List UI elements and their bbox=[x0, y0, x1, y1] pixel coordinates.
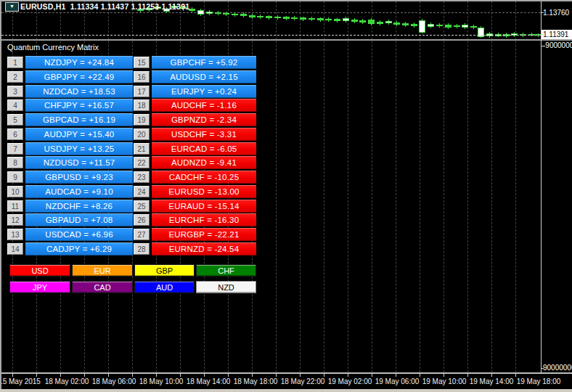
pair-strength-button[interactable]: AUDCAD = +9.10 bbox=[25, 185, 133, 198]
candle-body bbox=[428, 24, 434, 27]
currency-filter-button-aud[interactable]: AUD bbox=[134, 281, 195, 293]
row-number-button[interactable]: 18 bbox=[134, 99, 150, 111]
row-number-button[interactable]: 24 bbox=[134, 186, 150, 197]
horizontal-gridline bbox=[1, 12, 541, 13]
pair-strength-button[interactable]: NZDUSD = +11.57 bbox=[25, 156, 133, 169]
close-price: 1.11391 bbox=[161, 2, 189, 11]
pair-strength-button[interactable]: EURAUD = -15.14 bbox=[152, 200, 256, 213]
pair-strength-button[interactable]: EURCHF = -16.30 bbox=[152, 213, 256, 226]
pair-strength-button[interactable]: GBPCHF = +5.92 bbox=[152, 56, 256, 69]
pair-strength-button[interactable]: EURGBP = -22.21 bbox=[152, 228, 256, 241]
pair-strength-button[interactable]: NZDCAD = +18.53 bbox=[25, 85, 133, 98]
open-price: 1.11334 bbox=[70, 2, 99, 11]
pair-strength-button[interactable]: USDCHF = -3.31 bbox=[152, 128, 256, 141]
row-number-button[interactable]: 22 bbox=[134, 157, 150, 168]
candle-body bbox=[351, 20, 358, 22]
time-axis-label: 18 May 02:00 bbox=[45, 377, 89, 385]
pair-strength-button[interactable]: USDCAD = +6.96 bbox=[25, 228, 133, 241]
pair-strength-button[interactable]: AUDCHF = -1.16 bbox=[152, 99, 256, 112]
time-axis-tick bbox=[228, 374, 229, 377]
pair-strength-button[interactable]: NZDCHF = +8.26 bbox=[25, 200, 133, 213]
row-number-button[interactable]: 21 bbox=[134, 143, 150, 155]
currency-filter-button-chf[interactable]: CHF bbox=[196, 264, 256, 277]
currency-filter-button-jpy[interactable]: JPY bbox=[9, 281, 70, 293]
pair-strength-button[interactable]: CADCHF = -10.25 bbox=[152, 171, 256, 184]
pair-strength-button[interactable]: CADJPY = +6.29 bbox=[25, 242, 133, 256]
row-number-button[interactable]: 23 bbox=[134, 171, 150, 183]
row-number-button[interactable]: 14 bbox=[7, 243, 23, 255]
pair-strength-button[interactable]: NZDJPY = +24.84 bbox=[25, 56, 133, 69]
pair-strength-button[interactable]: GBPCAD = +16.19 bbox=[25, 113, 133, 126]
pair-strength-button[interactable]: EURCAD = -6.05 bbox=[152, 142, 256, 155]
price-tick bbox=[541, 46, 544, 46]
pair-strength-button[interactable]: AUDNZD = -9.41 bbox=[152, 156, 256, 169]
price-tick bbox=[541, 34, 544, 35]
vertical-gridline bbox=[467, 1, 468, 372]
vertical-gridline bbox=[300, 1, 301, 372]
vertical-gridline bbox=[372, 1, 372, 372]
candle-body bbox=[223, 13, 229, 15]
row-number-button[interactable]: 3 bbox=[7, 86, 23, 97]
pair-strength-button[interactable]: EURJPY = +0.24 bbox=[152, 85, 256, 98]
window-frame-bottom bbox=[0, 389, 572, 392]
time-axis-tick bbox=[84, 374, 85, 377]
row-number-button[interactable]: 15 bbox=[134, 57, 150, 68]
time-axis-label: 19 May 06:00 bbox=[375, 377, 420, 385]
row-number-button[interactable]: 4 bbox=[7, 99, 23, 111]
row-number-button[interactable]: 9 bbox=[7, 171, 23, 183]
pair-strength-button[interactable]: AUDJPY = +15.40 bbox=[25, 128, 133, 141]
currency-filter-button-eur[interactable]: EUR bbox=[72, 264, 133, 277]
row-number-button[interactable]: 20 bbox=[134, 128, 150, 140]
high-price: 1.11437 bbox=[101, 2, 129, 11]
pair-strength-button[interactable]: EURNZD = -24.54 bbox=[152, 242, 256, 256]
row-number-button[interactable]: 12 bbox=[7, 214, 23, 226]
pair-strength-button[interactable]: GBPJPY = +22.49 bbox=[25, 70, 133, 83]
row-number-button[interactable]: 8 bbox=[7, 157, 23, 168]
time-axis-tick bbox=[12, 374, 13, 377]
row-number-button[interactable]: 11 bbox=[7, 200, 23, 212]
pair-strength-button[interactable]: EURUSD = -13.00 bbox=[152, 185, 256, 198]
currency-filter-button-cad[interactable]: CAD bbox=[72, 281, 133, 293]
window-separator[interactable] bbox=[0, 39, 572, 41]
row-number-button[interactable]: 10 bbox=[7, 186, 23, 197]
row-number-button[interactable]: 16 bbox=[134, 71, 150, 83]
subwindow-bottom-border bbox=[0, 372, 572, 374]
pair-strength-button[interactable]: USDJPY = +13.25 bbox=[25, 142, 133, 155]
candle-body bbox=[325, 19, 332, 20]
row-number-button[interactable]: 25 bbox=[134, 200, 150, 212]
row-number-button[interactable]: 28 bbox=[134, 243, 150, 255]
pair-strength-button[interactable]: CHFJPY = +16.57 bbox=[25, 99, 133, 112]
row-number-button[interactable]: 26 bbox=[134, 214, 150, 226]
row-number-button[interactable]: 5 bbox=[7, 114, 23, 126]
time-axis-tick bbox=[180, 374, 181, 377]
time-axis-label: 18 May 06:00 bbox=[92, 377, 136, 385]
pair-strength-button[interactable]: GBPUSD = +9.23 bbox=[25, 171, 133, 184]
candle-body bbox=[377, 22, 383, 24]
time-axis-tick bbox=[156, 374, 157, 377]
row-number-button[interactable]: 27 bbox=[134, 229, 150, 240]
time-axis-tick bbox=[252, 374, 253, 377]
row-number-button[interactable]: 7 bbox=[7, 143, 23, 155]
candle-body bbox=[454, 25, 460, 27]
candle-body bbox=[343, 18, 349, 21]
pair-strength-button[interactable]: GBPAUD = +7.08 bbox=[25, 213, 133, 226]
candle-body bbox=[359, 20, 366, 23]
row-number-button[interactable]: 13 bbox=[7, 229, 23, 240]
time-axis-label: 19 May 10:00 bbox=[422, 377, 467, 385]
vertical-gridline bbox=[324, 1, 324, 372]
row-number-button[interactable]: 1 bbox=[7, 57, 23, 68]
row-number-button[interactable]: 6 bbox=[7, 128, 23, 140]
row-number-button[interactable]: 17 bbox=[134, 86, 150, 97]
candle-body bbox=[197, 10, 204, 15]
candle-body bbox=[334, 19, 340, 21]
row-number-button[interactable]: 19 bbox=[134, 114, 150, 126]
currency-filter-button-usd[interactable]: USD bbox=[9, 264, 70, 277]
pair-strength-button[interactable]: GBPNZD = -2.34 bbox=[152, 113, 256, 126]
time-axis-tick bbox=[420, 374, 420, 377]
row-number-button[interactable]: 2 bbox=[7, 71, 23, 83]
currency-filter-button-gbp[interactable]: GBP bbox=[134, 264, 195, 277]
time-axis-tick bbox=[204, 374, 205, 377]
currency-filter-button-nzd[interactable]: NZD bbox=[196, 281, 256, 293]
pair-strength-button[interactable]: AUDUSD = +2.15 bbox=[152, 70, 256, 83]
vertical-gridline bbox=[420, 1, 420, 372]
